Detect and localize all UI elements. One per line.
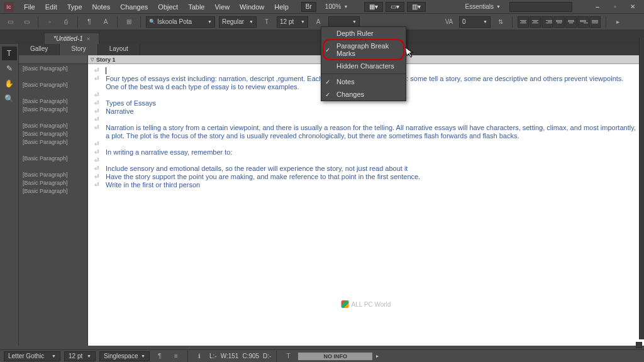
zoom-combo[interactable]: 100%▼ (321, 3, 352, 10)
leading-combo[interactable]: ▼ (328, 16, 360, 28)
eyedropper-tool[interactable]: ✋ (2, 77, 17, 90)
view-mode-a[interactable]: ▦▾ (364, 2, 383, 12)
status-bar: Letter Gothic▼ 12 pt▼ Singlespace▼ ¶ ≡ ℹ… (0, 349, 644, 362)
style-entry[interactable] (19, 162, 87, 170)
status-expand-icon[interactable]: ▸ (376, 353, 379, 359)
style-entry[interactable] (19, 146, 87, 154)
check-icon: ✓ (325, 79, 330, 85)
style-entry[interactable]: [Basic Paragraph] (19, 64, 87, 72)
style-entry[interactable]: [Basic Paragraph] (19, 129, 87, 138)
dd-hidden-characters[interactable]: Hidden Characters (321, 60, 406, 72)
style-entry[interactable]: [Basic Paragraph] (19, 178, 87, 187)
style-entry[interactable]: [Basic Paragraph] (19, 154, 87, 162)
watermark: ALL PC World (341, 300, 391, 308)
view-options-dropdown: Depth Ruler ✓ Paragraph Break Marks Hidd… (321, 26, 406, 101)
style-entry[interactable] (19, 113, 87, 121)
status-depth: D:- (263, 353, 271, 359)
story-collapse-icon[interactable]: ▽ (91, 57, 94, 62)
more-options-icon[interactable]: ▸ (611, 16, 624, 28)
status-t-icon[interactable]: T (282, 351, 294, 362)
check-icon: ✓ (325, 91, 330, 98)
style-entry[interactable]: [Basic Paragraph] (19, 138, 87, 146)
justify-right-button[interactable] (577, 16, 589, 28)
status-font-combo[interactable]: Letter Gothic▼ (4, 351, 60, 361)
maximize-button[interactable]: ▫ (608, 3, 623, 11)
kerning-icon: VA (443, 16, 455, 28)
menu-file[interactable]: File (19, 0, 40, 14)
align-center-button[interactable] (530, 16, 541, 28)
style-entry[interactable]: [Basic Paragraph] (19, 121, 87, 129)
search-input[interactable] (509, 2, 572, 12)
menu-notes[interactable]: Notes (87, 0, 116, 14)
align-left-button[interactable] (518, 16, 529, 28)
menu-bar: Ic File Edit Type Notes Changes Object T… (0, 0, 644, 14)
story-title: Story 1 (96, 57, 116, 63)
view-mode-c[interactable]: ▥▾ (407, 2, 426, 12)
justify-left-button[interactable] (553, 16, 565, 28)
font-family-combo[interactable]: 🔍Iskoola Pota▼ (146, 16, 215, 28)
menu-object[interactable]: Object (153, 0, 183, 14)
dd-notes[interactable]: ✓Notes (321, 75, 406, 88)
status-spacing-combo[interactable]: Singlespace▼ (99, 351, 150, 361)
menu-edit[interactable]: Edit (40, 0, 62, 14)
style-entry[interactable]: [Basic Paragraph] (19, 170, 87, 178)
menu-view[interactable]: View (209, 0, 235, 14)
style-entry[interactable]: [Basic Paragraph] (19, 105, 87, 113)
scroll-corner (636, 342, 642, 348)
justify-all-button[interactable] (589, 16, 601, 28)
type-tool[interactable]: T (2, 47, 17, 60)
status-size-combo[interactable]: 12 pt▼ (64, 351, 96, 361)
tracking-combo[interactable]: 0▼ (459, 16, 491, 28)
para-style-icon[interactable]: A (99, 16, 112, 28)
view-tab-story[interactable]: Story (60, 44, 97, 55)
status-no-info: NO INFO (298, 353, 372, 360)
style-entry[interactable] (19, 89, 87, 97)
font-size-combo[interactable]: 12 pt▼ (277, 16, 308, 28)
zoom-tool[interactable]: 🔍 (2, 92, 17, 106)
status-line: L:- (209, 353, 217, 359)
print-icon[interactable]: ⎙ (60, 16, 72, 28)
new-icon[interactable]: ▭ (4, 16, 16, 28)
style-column: [Basic Paragraph] [Basic Paragraph] [Bas… (19, 55, 88, 346)
font-style-combo[interactable]: Regular▼ (219, 16, 257, 28)
status-info-icon[interactable]: ℹ (193, 351, 206, 362)
status-words: W:151 (221, 353, 239, 359)
menu-table[interactable]: Table (183, 0, 209, 14)
justify-center-button[interactable] (565, 16, 577, 28)
bridge-button[interactable]: Br (301, 2, 316, 12)
menu-help[interactable]: Help (269, 0, 294, 14)
tab-close-icon[interactable]: × (87, 36, 90, 42)
status-ab-icon[interactable]: ≡ (170, 351, 182, 362)
change-mark-icon: ◦ (542, 126, 543, 130)
close-button[interactable]: ✕ (625, 3, 640, 11)
status-aa-icon[interactable]: ¶ (153, 351, 166, 362)
document-tab[interactable]: *Untitled-1 × (44, 33, 99, 44)
style-entry[interactable]: [Basic Paragraph] (19, 187, 87, 195)
notes-icon[interactable]: ⊞ (123, 16, 135, 28)
open-icon[interactable]: ▭ (20, 16, 33, 28)
char-style-icon[interactable]: ¶ (83, 16, 96, 28)
style-entry[interactable]: [Basic Paragraph] (19, 97, 87, 105)
dd-depth-ruler[interactable]: Depth Ruler (321, 27, 406, 40)
size-icon: T (260, 16, 273, 28)
paragraph-align-group (518, 16, 601, 28)
view-mode-b[interactable]: ▭▾ (386, 2, 404, 12)
dd-changes[interactable]: ✓Changes (321, 88, 406, 101)
style-entry[interactable]: [Basic Paragraph] (19, 80, 87, 89)
save-icon[interactable]: ▫ (43, 16, 56, 28)
dd-paragraph-break-marks[interactable]: ✓ Paragraph Break Marks (321, 40, 406, 60)
style-entry[interactable] (19, 72, 87, 80)
menu-changes[interactable]: Changes (115, 0, 153, 14)
workspace-switcher[interactable]: Essentials▼ (458, 2, 507, 11)
tool-panel: T ✎ ✋ 🔍 (0, 44, 19, 346)
panel-dock[interactable] (639, 38, 644, 339)
view-tab-layout[interactable]: Layout (98, 44, 140, 55)
menu-type[interactable]: Type (62, 0, 87, 14)
note-tool[interactable]: ✎ (2, 62, 17, 75)
check-icon: ✓ (325, 47, 330, 53)
align-right-button[interactable] (541, 16, 553, 28)
menu-window[interactable]: Window (235, 0, 269, 14)
minimize-button[interactable]: ‒ (590, 3, 605, 11)
baseline-icon[interactable]: ⇅ (494, 16, 507, 28)
view-tab-galley[interactable]: Galley (19, 44, 60, 55)
